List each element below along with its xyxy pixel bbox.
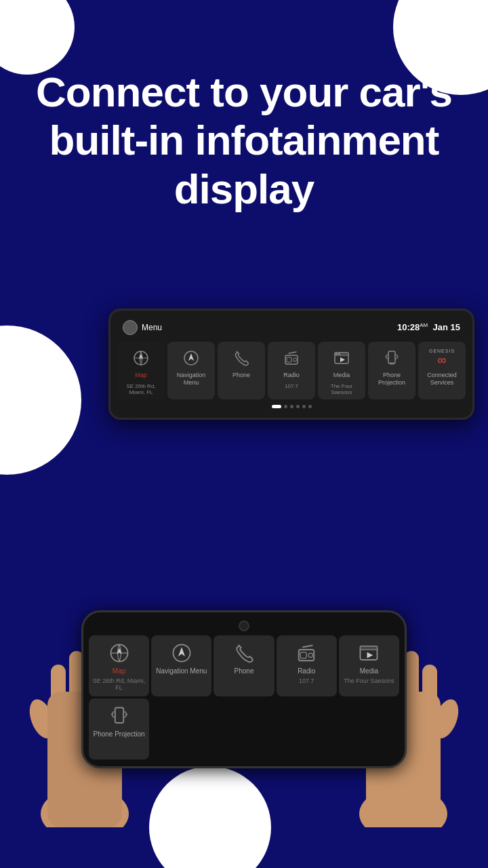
car-app-navigation[interactable]: Navigation Menu — [167, 342, 215, 399]
phone-media-label: Media — [360, 667, 378, 675]
car-menu-text: Menu — [142, 323, 162, 332]
svg-rect-12 — [336, 353, 338, 355]
svg-rect-15 — [388, 351, 395, 363]
svg-rect-43 — [361, 646, 378, 650]
phone-camera — [239, 620, 249, 631]
map-icon — [133, 347, 149, 369]
car-display-body: Menu 10:28AM Jan 15 — [108, 309, 474, 420]
car-menu-label: Menu — [123, 320, 162, 335]
car-display-header: Menu 10:28AM Jan 15 — [117, 320, 466, 342]
hero-title: Connect to your car's built-in infotainm… — [27, 68, 461, 213]
phone-app-navigation[interactable]: Navigation Menu — [151, 635, 211, 696]
svg-marker-44 — [367, 652, 373, 658]
decorative-circle-mid-left — [0, 326, 81, 475]
svg-marker-14 — [340, 357, 345, 362]
phone-app-media[interactable]: Media The Four Saesons — [339, 635, 399, 696]
phone-projection-icon — [384, 347, 400, 369]
decorative-circle-top-left — [0, 0, 75, 75]
pagination-dot-6 — [308, 405, 312, 408]
car-display-mockup: Menu 10:28AM Jan 15 — [108, 309, 474, 420]
car-app-phone-proj-label: Phone Projection — [371, 372, 413, 387]
phone-app-grid: Map SE 26th Rd, Miami, FL Navigation Men… — [89, 635, 399, 760]
car-app-radio[interactable]: Radio 107.7 — [268, 342, 315, 399]
phone-proj-label: Phone Projection — [94, 730, 145, 738]
svg-marker-6 — [188, 353, 194, 361]
svg-rect-46 — [113, 712, 115, 717]
car-app-phone-label: Phone — [232, 372, 250, 379]
phone-projection-icon-small — [109, 704, 129, 728]
svg-rect-8 — [287, 357, 291, 362]
phone-map-icon — [109, 641, 129, 665]
phone-phone-icon — [234, 641, 254, 665]
connected-services-icon: GENESIS ∞ — [429, 347, 455, 369]
car-app-map-label: Map — [135, 372, 147, 379]
car-app-phone[interactable]: Phone — [218, 342, 265, 399]
car-app-map[interactable]: Map SE 26th Rd, Miami, FL — [117, 342, 165, 399]
phone-nav-label: Navigation Menu — [156, 667, 207, 675]
phone-hands-section: Map SE 26th Rd, Miami, FL Navigation Men… — [0, 597, 488, 827]
car-time-value: 10:28 — [397, 323, 420, 333]
pagination-dot-5 — [302, 405, 306, 408]
svg-rect-45 — [115, 708, 123, 724]
svg-rect-29 — [422, 665, 437, 719]
car-app-radio-sublabel: 107.7 — [285, 383, 298, 389]
pagination-dot-2 — [284, 405, 287, 408]
car-time-period: AM — [420, 322, 428, 328]
pagination-dot-1 — [272, 405, 281, 408]
phone-media-sublabel: The Four Saesons — [344, 677, 394, 684]
pagination-dot-4 — [296, 405, 300, 408]
phone-radio-label: Radio — [298, 667, 315, 675]
pagination-dot-3 — [290, 405, 293, 408]
car-app-connected-label: Connected Services — [421, 372, 463, 387]
phone-media-icon — [359, 641, 379, 665]
phone-phone-label: Phone — [235, 667, 254, 675]
radio-icon — [283, 347, 300, 369]
media-icon — [333, 347, 350, 369]
phone-app-projection[interactable]: Phone Projection — [89, 698, 149, 760]
car-app-media-sublabel: The Four Saesons — [321, 383, 363, 395]
phone-app-map[interactable]: Map SE 26th Rd, Miami, FL — [89, 635, 149, 696]
car-time: 10:28AM Jan 15 — [397, 322, 460, 332]
phone-icon — [233, 347, 249, 369]
car-pagination — [117, 399, 466, 411]
phone-map-sublabel: SE 26th Rd, Miami, FL — [92, 677, 146, 691]
svg-rect-13 — [338, 353, 340, 355]
hero-section: Connect to your car's built-in infotainm… — [0, 68, 488, 213]
car-app-connected[interactable]: GENESIS ∞ Connected Services — [418, 342, 466, 399]
phone-map-label: Map — [113, 667, 125, 675]
navigation-icon — [183, 347, 199, 369]
car-date: Jan 15 — [433, 323, 460, 333]
phone-radio-sublabel: 107.7 — [299, 677, 314, 684]
car-app-radio-label: Radio — [283, 372, 300, 379]
car-app-nav-label: Navigation Menu — [170, 372, 212, 387]
phone-app-phone[interactable]: Phone — [214, 635, 274, 696]
phone-app-radio[interactable]: Radio 107.7 — [277, 635, 337, 696]
car-app-grid: Map SE 26th Rd, Miami, FL Navigation Men… — [117, 342, 466, 399]
svg-rect-47 — [123, 712, 126, 717]
phone-nav-icon — [171, 641, 192, 665]
phone-mockup: Map SE 26th Rd, Miami, FL Navigation Men… — [81, 610, 407, 768]
svg-rect-40 — [300, 652, 306, 658]
car-app-phone-projection[interactable]: Phone Projection — [368, 342, 415, 399]
car-app-media[interactable]: Media The Four Saesons — [318, 342, 365, 399]
phone-radio-icon — [296, 641, 317, 665]
hands-container: Map SE 26th Rd, Miami, FL Navigation Men… — [34, 597, 454, 827]
car-app-media-label: Media — [333, 372, 350, 379]
car-avatar — [123, 320, 138, 335]
svg-rect-17 — [386, 355, 388, 359]
svg-marker-38 — [178, 647, 185, 656]
svg-rect-18 — [395, 355, 397, 359]
phone-body: Map SE 26th Rd, Miami, FL Navigation Men… — [81, 610, 407, 768]
svg-point-41 — [308, 653, 312, 657]
phone-notch — [89, 620, 399, 631]
car-app-map-sublabel: SE 26th Rd, Miami, FL — [120, 383, 162, 395]
svg-point-9 — [293, 358, 297, 361]
